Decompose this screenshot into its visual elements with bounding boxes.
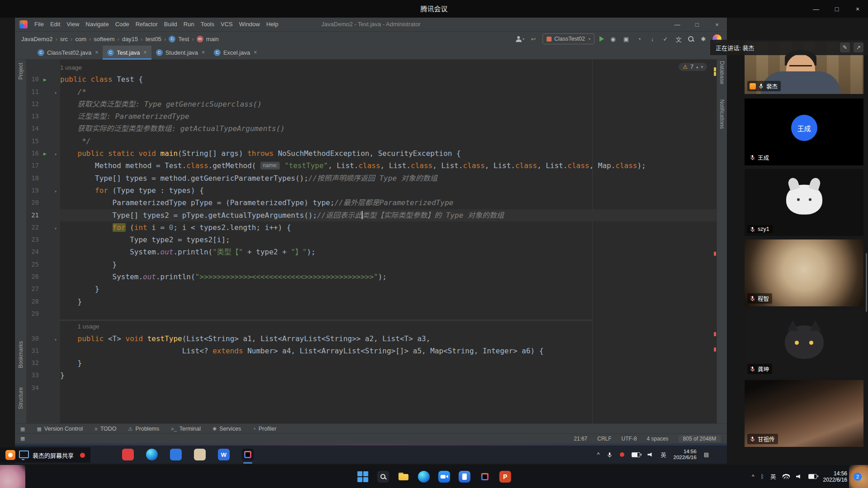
notification-badge[interactable]: 2 [854,473,862,481]
hidden-icons-chevron[interactable]: ^ [752,474,755,480]
dict-app-icon[interactable] [122,449,134,460]
idea-app-icon[interactable] [242,449,254,460]
input-language-indicator[interactable]: 英 [660,451,666,459]
inspection-widget[interactable]: ⚠ 7 ▴ ▾ [679,63,707,71]
usage-hint[interactable]: 1 usage [60,64,82,71]
close-button[interactable]: × [847,0,868,18]
translate-icon[interactable]: 文 [675,34,683,43]
tab-close-icon[interactable]: × [202,49,205,56]
tencent-meeting-icon[interactable] [438,470,451,483]
breadcrumb-item[interactable]: src [60,36,68,42]
participant-tile[interactable]: 龚珅 [745,310,863,377]
stripe-button-bookmarks[interactable]: Bookmarks [18,341,24,368]
line-separator[interactable]: CRLF [597,436,611,442]
code-text-row[interactable]: */ [60,135,717,147]
menu-item-file[interactable]: File [31,18,47,31]
volume-icon[interactable] [647,452,653,457]
code-text-row[interactable]: } [60,296,717,308]
breadcrumb-item[interactable]: com [75,36,86,42]
mic-icon[interactable] [607,452,613,458]
breadcrumb-item[interactable]: test05 [146,36,161,42]
encoding[interactable]: UTF-8 [622,436,637,442]
participant-tile[interactable]: 甘祖传 [745,380,863,447]
volume-icon[interactable] [796,474,802,479]
maximize-button[interactable]: □ [826,0,847,18]
settings-gear-icon[interactable]: ✱ [699,34,708,43]
code-text-row[interactable]: 1 usage [60,320,717,332]
debug-icon[interactable]: ◉ [609,34,617,43]
wps-app-icon[interactable]: W [218,449,230,460]
battery-icon[interactable] [808,474,817,479]
blue-app-icon[interactable] [170,449,182,460]
code-text-row[interactable]: for (int i = 0; i < types2.length; i++) … [60,221,717,234]
bluetooth-icon[interactable]: ᛒ [761,474,764,480]
pop-out-icon[interactable]: ↗ [854,42,863,52]
caret-position[interactable]: 21:67 [574,436,587,442]
tab-close-icon[interactable]: × [254,49,257,56]
indent-style[interactable]: 4 spaces [647,436,669,442]
profiler-icon[interactable]: ◔ [635,34,643,43]
code-text-row[interactable] [60,382,717,394]
editor-tab[interactable]: CStudent.java× [151,46,209,59]
notification-panel-icon[interactable]: ▤ [704,451,709,458]
menu-item-code[interactable]: Code [112,18,132,31]
code-text-row[interactable]: public static void main(String[] args) t… [60,147,717,160]
fold-icon[interactable]: ▾ [54,222,57,235]
menu-item-build[interactable]: Build [161,18,180,31]
code-text-row[interactable] [60,308,717,320]
run-button[interactable] [599,36,604,42]
code-area[interactable]: 1 usage10▶public class Test {11▾ /*12 获取… [26,61,717,394]
run-gutter-icon[interactable]: ▶ [43,74,47,86]
search-everywhere-icon[interactable] [688,36,694,42]
shared-clock[interactable]: 14:562022/6/16 [673,449,696,460]
code-text-row[interactable]: 泛型类型: ParameterizedType [60,110,717,122]
tool-button-services[interactable]: ✱Services [212,426,241,432]
breadcrumb-item[interactable]: main [206,36,219,42]
tool-button-version-control[interactable]: ▦Version Control [37,426,83,432]
editor-tab[interactable]: CExcel.java× [209,46,261,59]
stripe-button-notifications[interactable]: Notifications [719,99,725,129]
code-text-row[interactable]: public <T> void testType(List<String> a1… [60,333,717,345]
coverage-icon[interactable]: ▣ [622,34,630,43]
menu-item-window[interactable]: Window [236,18,263,31]
file-explorer-icon[interactable] [397,470,410,483]
rollback-icon[interactable]: ↩ [529,34,538,43]
editor-tab[interactable]: CClassTest02.java× [33,46,103,59]
menu-item-refactor[interactable]: Refactor [132,18,161,31]
usage-hint[interactable]: 1 usage [77,323,99,330]
code-text-row[interactable]: ParameterizedType pType = (Parameterized… [60,197,717,209]
search-button[interactable] [377,470,390,483]
menu-item-help[interactable]: Help [263,18,282,31]
tool-button-todo[interactable]: ≡TODO [94,426,116,432]
fold-icon[interactable]: ▾ [54,333,57,346]
prev-warning-icon[interactable]: ▴ [696,65,698,69]
code-text-row[interactable]: Type[] types2 = pType.getActualTypeArgum… [60,209,717,221]
input-language-indicator[interactable]: 英 [770,472,776,481]
ide-close-button[interactable]: × [707,18,727,31]
wifi-icon[interactable] [783,474,790,479]
tool-windows-icon[interactable]: ▦ [20,426,25,432]
update-project-icon[interactable]: ↓ [648,34,656,43]
edge-browser-icon[interactable] [146,449,158,460]
code-text-row[interactable]: for (Type type : types) { [60,184,717,197]
tool-button-profiler[interactable]: ◔Profiler [253,426,276,432]
docs-app-icon[interactable] [458,470,472,483]
code-text-row[interactable]: Type[] types = method.getGenericParamete… [60,172,717,184]
code-text-row[interactable]: 获取实际的泛型类型参数数组: getActualTypeArguments() [60,122,717,135]
stripe-button-project[interactable]: Project [18,63,24,80]
idea-app-icon[interactable] [478,470,492,483]
participant-tile[interactable]: szy1 [745,169,863,236]
fold-icon[interactable]: ▾ [54,87,57,99]
ide-maximize-button[interactable]: □ [687,18,707,31]
code-text-row[interactable]: 1 usage [60,61,717,73]
run-configuration-select[interactable]: ClassTest02▾ [542,33,594,44]
menu-item-view[interactable]: View [63,18,82,31]
breadcrumb-item[interactable]: day15 [122,36,138,42]
code-text-row[interactable]: public class Test { [60,73,717,85]
breadcrumb-item[interactable]: JavaDemo2 [21,36,52,42]
browser-icon[interactable] [417,470,431,483]
tab-close-icon[interactable]: × [95,49,98,56]
collaboration-icon[interactable]: ▾ [516,34,524,43]
code-text-row[interactable]: Method method = Test.class.getMethod( na… [60,160,717,172]
code-text-row[interactable]: System.out.println(">>>>>>>>>>>><<<<<<<<… [60,271,717,283]
